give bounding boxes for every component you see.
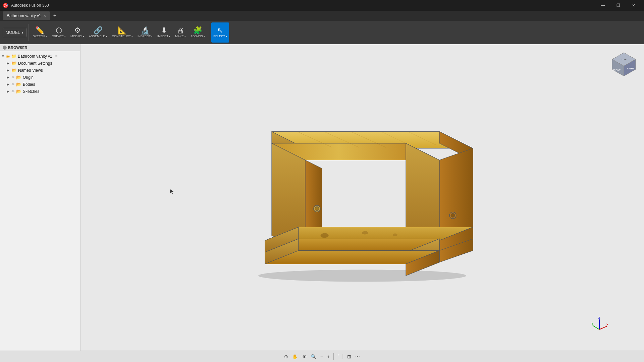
pan-button[interactable]: ✋: [290, 353, 300, 360]
look-button[interactable]: 👁: [300, 353, 308, 360]
toolbar-inspect[interactable]: 🔬 INSPECT ▾: [136, 22, 155, 43]
grid-button[interactable]: ⊞: [345, 353, 353, 360]
toolbar-create[interactable]: ⬡ CREATE ▾: [50, 22, 68, 43]
minimize-button[interactable]: —: [595, 0, 610, 11]
origin-visibility-icon[interactable]: 👁: [11, 75, 15, 79]
toolbar-sketch[interactable]: ✏️ SKETCH ▾: [31, 22, 49, 43]
inspect-icon: 🔬: [141, 27, 150, 34]
browser-circle-icon: [3, 46, 7, 50]
sidebar: BROWSER ▼ ◉ 📁 Bathroom vanity v1 ⚙ ▶ 📂 D…: [0, 44, 80, 351]
svg-point-17: [451, 214, 455, 218]
nav-cube[interactable]: TOP FRONT RIGHT: [610, 51, 637, 78]
sketches-label: Sketches: [23, 89, 39, 94]
svg-text:Y: Y: [591, 322, 593, 325]
toolbar: MODEL ▾ ✏️ SKETCH ▾ ⬡ CREATE ▾ ⚙ MODIFY …: [0, 21, 644, 44]
cursor: [169, 188, 176, 196]
assemble-icon: 🔗: [94, 27, 103, 34]
toolbar-select[interactable]: ↖ SELECT ▾: [211, 22, 229, 43]
tree-item-bodies[interactable]: ▶ 👁 📂 Bodies: [0, 81, 80, 88]
close-button[interactable]: ✕: [626, 0, 641, 11]
zoom-minus-button[interactable]: −: [319, 353, 325, 360]
maximize-button[interactable]: ❐: [610, 0, 626, 11]
furniture-model: [231, 112, 493, 284]
orbit-button[interactable]: ⊕: [282, 353, 290, 360]
origin-expand-arrow[interactable]: ▶: [7, 75, 11, 79]
modify-icon: ⚙: [74, 27, 81, 34]
addins-label: ADD-INS ▾: [191, 35, 205, 38]
svg-text:Z: Z: [598, 316, 600, 319]
origin-icon: 📂: [16, 75, 21, 80]
svg-text:FRONT: FRONT: [612, 69, 621, 71]
sketches-visibility-icon[interactable]: 👁: [11, 89, 15, 93]
docsettings-expand-arrow[interactable]: ▶: [7, 61, 11, 65]
more-view-button[interactable]: ⋯: [354, 353, 362, 360]
tree-item-origin[interactable]: ▶ 👁 📂 Origin: [0, 74, 80, 81]
tree-item-sketches[interactable]: ▶ 👁 📂 Sketches: [0, 88, 80, 95]
title-bar: 🎯 Autodesk Fusion 360 — ❐ ✕: [0, 0, 644, 11]
browser-label: BROWSER: [8, 46, 27, 50]
toolbar-separator-1: [209, 24, 209, 41]
toolbar-make[interactable]: 🖨 MAKE ▾: [173, 22, 188, 43]
select-icon: ↖: [217, 27, 223, 34]
model-label: MODEL: [6, 30, 20, 35]
sketches-icon: 📂: [16, 89, 21, 94]
toolbar-construct[interactable]: 📐 CONSTRUCT ▾: [110, 22, 135, 43]
model-dropdown[interactable]: MODEL ▾: [3, 28, 26, 37]
insert-icon: ⬇: [161, 27, 167, 34]
browser-tree: ▼ ◉ 📁 Bathroom vanity v1 ⚙ ▶ 📂 Document …: [0, 51, 80, 351]
toolbar-insert[interactable]: ⬇ INSERT ▾: [155, 22, 172, 43]
toolbar-separator-0: [29, 24, 29, 41]
bottom-toolbar: ⊕ ✋ 👁 🔍 − + ⬜ ⊞ ⋯: [0, 351, 644, 362]
window-controls[interactable]: — ❐ ✕: [595, 0, 641, 11]
svg-text:TOP: TOP: [621, 58, 627, 61]
bodies-expand-arrow[interactable]: ▶: [7, 82, 11, 86]
root-label: Bathroom vanity v1: [18, 54, 52, 59]
display-mode-button[interactable]: ⬜: [336, 353, 345, 360]
toolbar-addins[interactable]: 🧩 ADD-INS ▾: [189, 22, 207, 43]
app-title: Autodesk Fusion 360: [11, 3, 49, 8]
namedviews-label: Named Views: [18, 68, 43, 73]
tab-close-button[interactable]: ✕: [43, 14, 46, 18]
tab-label: Bathroom vanity v1: [7, 13, 41, 18]
create-icon: ⬡: [56, 27, 62, 34]
bodies-visibility-icon[interactable]: 👁: [11, 82, 15, 86]
zoom-plus-button[interactable]: +: [325, 353, 331, 360]
tab-bathroom-vanity[interactable]: Bathroom vanity v1 ✕: [3, 11, 50, 20]
model-dropdown-arrow: ▾: [21, 30, 23, 35]
tree-item-docsettings[interactable]: ▶ 📂 Document Settings: [0, 60, 80, 67]
construct-icon: 📐: [118, 27, 127, 34]
svg-marker-42: [170, 189, 174, 194]
main-area: BROWSER ▼ ◉ 📁 Bathroom vanity v1 ⚙ ▶ 📂 D…: [0, 44, 644, 351]
insert-label: INSERT ▾: [157, 35, 170, 38]
tree-item-root[interactable]: ▼ ◉ 📁 Bathroom vanity v1 ⚙: [0, 53, 80, 60]
namedviews-icon: 📂: [11, 68, 17, 73]
title-left: 🎯 Autodesk Fusion 360: [3, 3, 49, 8]
svg-text:X: X: [606, 323, 608, 326]
root-settings-icon[interactable]: ⚙: [54, 54, 58, 58]
bodies-icon: 📂: [16, 82, 21, 87]
bottom-center-tools: ⊕ ✋ 👁 🔍 − + ⬜ ⊞ ⋯: [280, 353, 364, 360]
zoom-button[interactable]: 🔍: [309, 353, 318, 360]
inspect-label: INSPECT ▾: [138, 35, 153, 38]
root-expand-arrow[interactable]: ▼: [1, 54, 5, 58]
bottom-separator: [333, 353, 334, 360]
svg-line-40: [593, 325, 599, 329]
tab-bar: Bathroom vanity v1 ✕ +: [0, 11, 644, 21]
new-tab-button[interactable]: +: [51, 13, 58, 19]
svg-point-0: [258, 270, 466, 282]
create-label: CREATE ▾: [52, 35, 66, 38]
toolbar-assemble[interactable]: 🔗 ASSEMBLE ▾: [87, 22, 109, 43]
sketch-icon: ✏️: [35, 27, 44, 34]
svg-line-38: [599, 326, 607, 329]
assemble-label: ASSEMBLE ▾: [89, 35, 107, 38]
axis-indicator: Z X Y: [591, 316, 608, 334]
viewport[interactable]: TOP FRONT RIGHT Z X Y: [80, 44, 644, 351]
viewport-canvas[interactable]: TOP FRONT RIGHT Z X Y: [80, 44, 644, 351]
namedviews-expand-arrow[interactable]: ▶: [7, 68, 11, 72]
bodies-label: Bodies: [23, 82, 35, 87]
tree-item-namedviews[interactable]: ▶ 📂 Named Views: [0, 67, 80, 74]
sketches-expand-arrow[interactable]: ▶: [7, 89, 11, 93]
svg-point-15: [315, 207, 319, 211]
make-icon: 🖨: [177, 27, 184, 34]
toolbar-modify[interactable]: ⚙ MODIFY ▾: [68, 22, 86, 43]
